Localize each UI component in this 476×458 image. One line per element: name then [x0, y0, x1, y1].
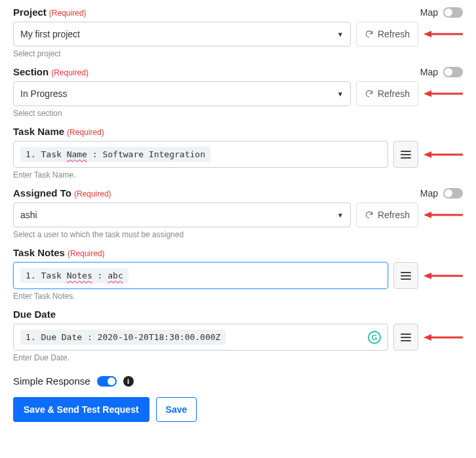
select-value: In Progress	[20, 88, 68, 99]
hamburger-icon	[401, 272, 411, 280]
svg-marker-5	[424, 151, 431, 158]
save-send-test-request-button[interactable]: Save & Send Test Request	[13, 397, 149, 422]
map-label: Map	[420, 7, 438, 18]
field-assigned-to: Assigned To (Required) Map ashi ▼ Refres…	[13, 187, 463, 239]
simple-response-label: Simple Response	[13, 375, 90, 387]
label-left: Assigned To (Required)	[13, 187, 111, 199]
field-options-button[interactable]	[393, 262, 418, 289]
chevron-down-icon: ▼	[337, 212, 344, 219]
refresh-label: Refresh	[378, 88, 410, 99]
helper-text: Enter Task Name.	[13, 170, 463, 180]
refresh-button[interactable]: Refresh	[356, 202, 418, 227]
field-section: Section (Required) Map In Progress ▼ Ref…	[13, 66, 463, 118]
label-left: Section (Required)	[13, 66, 89, 77]
svg-marker-11	[424, 334, 431, 341]
field-task-notes: Task Notes (Required) 1. Task Notes : ab…	[13, 247, 463, 301]
label-left: Task Notes (Required)	[13, 247, 105, 258]
simple-response-row: Simple Response i	[13, 375, 463, 387]
section-select[interactable]: In Progress ▼	[13, 81, 351, 106]
label-title: Section	[13, 66, 49, 77]
input-row: My first project ▼ Refresh	[13, 22, 463, 47]
helper-text: Enter Due Date.	[13, 353, 463, 362]
field-task-name: Task Name (Required) 1. Task Name : Soft…	[13, 126, 463, 180]
label-title: Due Date	[13, 309, 56, 320]
input-row: 1. Task Name : Software Integration	[13, 141, 463, 168]
hamburger-icon	[401, 151, 411, 159]
map-toggle-group: Map	[420, 7, 463, 18]
action-row: Save & Send Test Request Save	[13, 397, 463, 422]
assigned-to-select[interactable]: ashi ▼	[13, 202, 351, 227]
helper-text: Select project	[13, 49, 463, 58]
label-row: Task Name (Required)	[13, 126, 463, 137]
label-row: Task Notes (Required)	[13, 247, 463, 258]
label-row: Section (Required) Map	[13, 66, 463, 77]
svg-marker-3	[424, 90, 431, 97]
select-value: My first project	[20, 29, 80, 39]
chevron-down-icon: ▼	[337, 31, 344, 38]
label-left: Due Date	[13, 309, 56, 320]
helper-text: Select section	[13, 109, 463, 118]
required-badge: (Required)	[49, 9, 87, 18]
helper-text: Select a user to which the task must be …	[13, 230, 463, 239]
map-toggle[interactable]	[443, 188, 463, 199]
due-date-input[interactable]: 1. Due Date : 2020-10-20T18:30:00.000Z G	[13, 324, 388, 351]
label-title: Task Name	[13, 126, 64, 137]
arrow-annotation	[424, 81, 463, 106]
arrow-annotation	[424, 202, 463, 227]
chevron-down-icon: ▼	[337, 90, 344, 98]
label-row: Assigned To (Required) Map	[13, 187, 463, 199]
label-title: Task Notes	[13, 247, 65, 258]
field-options-button[interactable]	[393, 141, 418, 168]
map-toggle[interactable]	[443, 67, 463, 77]
mapped-value-chip: 1. Task Notes : abc	[20, 268, 129, 283]
map-toggle[interactable]	[443, 7, 463, 18]
required-badge: (Required)	[67, 128, 104, 137]
map-label: Map	[420, 67, 438, 77]
refresh-button[interactable]: Refresh	[356, 22, 418, 47]
refresh-icon	[365, 210, 374, 219]
simple-response-toggle[interactable]	[97, 376, 117, 387]
refresh-icon	[365, 89, 374, 98]
svg-marker-9	[424, 273, 431, 279]
info-icon[interactable]: i	[123, 376, 134, 387]
arrow-annotation	[424, 141, 463, 168]
map-toggle-group: Map	[420, 67, 463, 77]
save-button[interactable]: Save	[156, 397, 197, 422]
field-project: Project (Required) Map My first project …	[13, 7, 463, 58]
mapped-value-chip: 1. Task Name : Software Integration	[20, 147, 210, 162]
project-select[interactable]: My first project ▼	[13, 22, 351, 47]
input-row: In Progress ▼ Refresh	[13, 81, 463, 106]
label-title: Assigned To	[13, 187, 71, 199]
select-value: ashi	[20, 210, 37, 220]
map-label: Map	[420, 188, 438, 199]
refresh-label: Refresh	[378, 210, 410, 220]
input-row: ashi ▼ Refresh	[13, 202, 463, 227]
helper-text: Enter Task Notes.	[13, 292, 463, 301]
label-title: Project	[13, 7, 47, 18]
required-badge: (Required)	[51, 68, 89, 77]
field-options-button[interactable]	[393, 324, 418, 351]
arrow-annotation	[424, 324, 463, 351]
required-badge: (Required)	[68, 249, 105, 258]
label-left: Project (Required)	[13, 7, 87, 18]
svg-marker-7	[424, 212, 431, 218]
hamburger-icon	[401, 334, 411, 341]
input-row: 1. Task Notes : abc	[13, 262, 463, 289]
input-row: 1. Due Date : 2020-10-20T18:30:00.000Z G	[13, 324, 463, 351]
task-name-input[interactable]: 1. Task Name : Software Integration	[13, 141, 388, 168]
refresh-button[interactable]: Refresh	[356, 81, 418, 106]
arrow-annotation	[424, 262, 463, 289]
refresh-icon	[365, 29, 374, 39]
label-row: Due Date	[13, 309, 463, 320]
label-row: Project (Required) Map	[13, 7, 463, 18]
svg-marker-1	[424, 31, 431, 37]
arrow-annotation	[424, 22, 463, 47]
task-notes-input[interactable]: 1. Task Notes : abc	[13, 262, 388, 289]
refresh-label: Refresh	[378, 29, 410, 39]
required-badge: (Required)	[74, 189, 111, 199]
field-due-date: Due Date 1. Due Date : 2020-10-20T18:30:…	[13, 309, 463, 362]
map-toggle-group: Map	[420, 188, 463, 199]
label-left: Task Name (Required)	[13, 126, 104, 137]
mapped-value-chip: 1. Due Date : 2020-10-20T18:30:00.000Z	[20, 330, 226, 345]
grammarly-icon: G	[368, 331, 381, 344]
